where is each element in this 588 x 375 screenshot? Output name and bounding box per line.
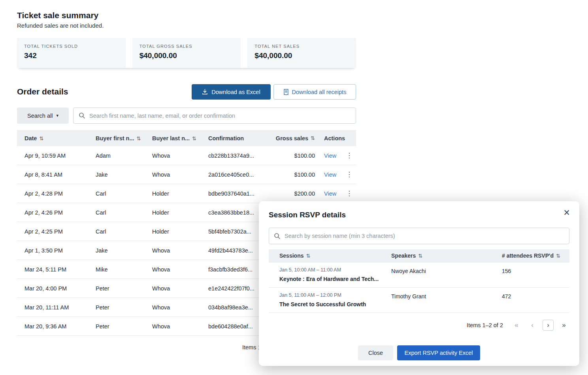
session-name: The Secret to Successful Growth: [279, 301, 381, 307]
buyer-first-name: Mike: [88, 266, 145, 273]
session-rsvp-modal: Session RSVP details × Sessions⇅ Speaker…: [259, 201, 579, 366]
session-speaker: Timothy Grant: [381, 292, 490, 307]
download-excel-button[interactable]: Download as Excel: [192, 84, 271, 100]
close-button[interactable]: Close: [358, 345, 393, 360]
confirmation-code: 49fd2b443783e...: [201, 247, 268, 254]
buyer-last-name: Whova: [145, 171, 201, 178]
sort-icon[interactable]: ⇅: [137, 136, 141, 141]
view-link[interactable]: View: [324, 171, 336, 178]
column-header-actions: Actions: [318, 135, 356, 141]
buyer-last-name: Whova: [145, 304, 201, 311]
order-date: Mar 24, 5:11 PM: [17, 266, 88, 273]
confirmation-code: cb228b13374a9...: [201, 153, 268, 159]
buyer-first-name: Peter: [88, 323, 145, 330]
confirmation-code: e1e242422f07f0...: [201, 285, 268, 292]
order-details-title: Order details: [17, 87, 68, 96]
order-date: Mar 20, 9:36 AM: [17, 323, 88, 330]
order-date: Apr 9, 10:59 AM: [17, 153, 88, 159]
session-attendees: 472: [490, 292, 569, 307]
last-page-icon[interactable]: »: [558, 320, 569, 331]
gross-sales-value: $100.00: [268, 153, 318, 159]
sessions-table-header: Sessions⇅ Speakers⇅ # attendees RSVP'd⇅: [269, 249, 569, 262]
search-icon: [79, 112, 85, 119]
column-header-buyer-first: Buyer first n...⇅: [88, 135, 145, 141]
session-search-box: [269, 228, 569, 244]
export-rsvp-button[interactable]: Export RSVP activity Excel: [397, 345, 480, 360]
order-date: Apr 2, 4:28 PM: [17, 190, 88, 197]
confirmation-code: bdbe9037640a1...: [201, 190, 268, 197]
table-row: Apr 2, 4:28 PM Carl Holder bdbe9037640a1…: [17, 184, 356, 203]
kebab-menu-icon[interactable]: ⋮: [346, 189, 352, 198]
session-name: Keynote : Era of Hardware and Tech...: [279, 276, 381, 282]
search-icon: [274, 233, 281, 239]
column-header-gross-sales: Gross sales⇅: [268, 135, 318, 141]
gross-sales-value: $200.00: [268, 190, 318, 197]
sort-icon[interactable]: ⇅: [418, 253, 422, 259]
buyer-first-name: Carl: [88, 228, 145, 235]
buyer-last-name: Whova: [145, 247, 201, 254]
first-page-icon[interactable]: «: [511, 320, 522, 331]
sort-icon[interactable]: ⇅: [39, 136, 43, 141]
view-link[interactable]: View: [324, 190, 336, 197]
card-value: 342: [24, 51, 119, 60]
orders-items-count: Items 1: [242, 344, 261, 351]
session-row: Jan 5, 10:00 AM – 11:00 AM Keynote : Era…: [269, 262, 569, 288]
table-row: Apr 9, 10:59 AM Adam Whova cb228b13374a9…: [17, 146, 356, 165]
session-attendees: 156: [490, 267, 569, 282]
buyer-last-name: Holder: [145, 228, 201, 235]
buyer-first-name: Carl: [88, 209, 145, 216]
page-title: Ticket sale summary: [17, 11, 98, 20]
session-time: Jan 5, 10:00 AM – 11:00 AM: [279, 267, 381, 273]
card-value: $40,000.00: [139, 51, 234, 60]
order-date: Mar 20, 11:11 AM: [17, 304, 88, 311]
confirmation-code: 5bf4bfeb7302a...: [201, 228, 268, 235]
order-date: Apr 2, 4:25 PM: [17, 228, 88, 235]
sort-icon[interactable]: ⇅: [192, 136, 196, 141]
buyer-first-name: Jake: [88, 171, 145, 178]
buyer-last-name: Whova: [145, 266, 201, 273]
chevron-down-icon: ▾: [56, 113, 58, 118]
sort-icon[interactable]: ⇅: [306, 253, 310, 259]
buyer-last-name: Whova: [145, 285, 201, 292]
previous-page-icon[interactable]: ‹: [527, 320, 538, 331]
confirmation-code: bde604288e0af...: [201, 323, 268, 330]
card-total-tickets: TOTAL TICKETS SOLD 342: [17, 38, 126, 68]
buyer-first-name: Peter: [88, 304, 145, 311]
download-excel-label: Download as Excel: [211, 89, 260, 95]
column-header-date: Date⇅: [17, 135, 88, 141]
confirmation-code: 034b8af98ea3e...: [201, 304, 268, 311]
order-date: Apr 1, 3:50 PM: [17, 247, 88, 254]
orders-table-header: Date⇅ Buyer first n...⇅ Buyer last n...⇅…: [17, 130, 356, 146]
search-filter-dropdown[interactable]: Search all ▾: [17, 107, 69, 124]
column-header-sessions: Sessions⇅: [269, 253, 381, 259]
session-search-input[interactable]: [285, 233, 564, 239]
confirmation-code: c3ea3863bbe18...: [201, 209, 268, 216]
modal-pagination: Items 1–2 of 2 « ‹ › »: [269, 320, 569, 331]
view-link[interactable]: View: [324, 153, 336, 159]
card-gross-sales: TOTAL GROSS SALES $40,000.00: [132, 38, 241, 68]
close-icon[interactable]: ×: [564, 207, 570, 218]
kebab-menu-icon[interactable]: ⋮: [346, 170, 352, 179]
buyer-first-name: Peter: [88, 285, 145, 292]
receipt-icon: [283, 89, 289, 95]
session-speaker: Nwoye Akachi: [381, 267, 490, 282]
sort-icon[interactable]: ⇅: [556, 253, 560, 259]
order-date: Mar 20, 4:00 PM: [17, 285, 88, 292]
download-receipts-button[interactable]: Download all receipts: [273, 84, 356, 100]
session-time: Jan 5, 11:00 AM – 12:00 PM: [279, 292, 381, 298]
buyer-last-name: Whova: [145, 153, 201, 159]
column-header-buyer-last: Buyer last n...⇅: [145, 135, 201, 141]
sort-icon[interactable]: ⇅: [311, 135, 315, 141]
modal-footer: Close Export RSVP activity Excel: [259, 345, 579, 360]
summary-cards: TOTAL TICKETS SOLD 342 TOTAL GROSS SALES…: [17, 38, 356, 68]
next-page-icon[interactable]: ›: [543, 320, 554, 331]
card-label: TOTAL NET SALES: [254, 44, 349, 49]
gross-sales-value: $100.00: [268, 171, 318, 178]
session-row: Jan 5, 11:00 AM – 12:00 PM The Secret to…: [269, 288, 569, 313]
order-search-input[interactable]: [89, 113, 351, 119]
table-row: Apr 8, 8:41 AM Jake Whova 2a016ce405ce0.…: [17, 165, 356, 184]
kebab-menu-icon[interactable]: ⋮: [346, 151, 352, 160]
card-label: TOTAL GROSS SALES: [139, 44, 234, 49]
order-date: Apr 8, 8:41 AM: [17, 171, 88, 178]
pagination-items-count: Items 1–2 of 2: [467, 322, 503, 328]
